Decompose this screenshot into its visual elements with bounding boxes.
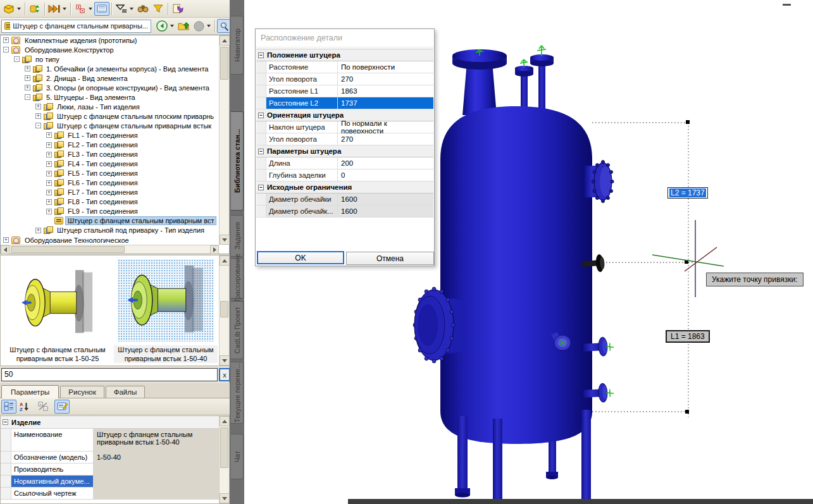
properties-panel-toggle[interactable]	[94, 2, 109, 16]
goto-dropdown-icon[interactable]	[63, 8, 66, 10]
tree-vscrollbar[interactable]	[219, 35, 229, 245]
ok-button[interactable]: OK	[257, 251, 344, 264]
tree-item-label[interactable]: 5. Штуцеры - Вид элемента	[44, 94, 137, 101]
params-property-row[interactable]: Производитель	[1, 464, 220, 476]
dialog-property-row[interactable]: Расстояние L21737	[256, 97, 433, 109]
tree-expander[interactable]: +	[46, 199, 52, 205]
funnel-button[interactable]	[151, 2, 166, 16]
property-value[interactable]: 1600	[338, 194, 433, 205]
tree-expander[interactable]: +	[25, 75, 30, 81]
property-value[interactable]: 1737	[338, 97, 433, 109]
tab-файлы[interactable]: Файлы	[106, 386, 146, 398]
property-value[interactable]: 1600	[338, 206, 433, 217]
tree-item-label[interactable]: FL6 - Тип соединения	[66, 179, 140, 187]
tree-expander[interactable]: -	[14, 56, 20, 62]
property-value[interactable]: 1-50-40	[94, 452, 220, 463]
find-button[interactable]	[135, 2, 151, 16]
transfer-button[interactable]	[170, 2, 185, 16]
tab-параметры[interactable]: Параметры	[1, 385, 59, 398]
preview-card-1[interactable]: Штуцер с фланцем стальным приварным всты…	[4, 264, 111, 363]
l2-dimension-input[interactable]: L2 = 1737	[667, 187, 708, 199]
tree-expander[interactable]: +	[46, 180, 52, 186]
preview-card-2[interactable]: Штуцер с фланцем стальным приварным всты…	[114, 259, 218, 363]
property-value[interactable]: По поверхности	[338, 61, 433, 73]
tree-expander[interactable]: -	[35, 123, 41, 128]
dialog-property-row[interactable]: Расстояние L11863	[256, 85, 433, 97]
dialog-group-row[interactable]: −Параметры штуцера	[256, 145, 433, 157]
side-tab-7[interactable]: Чат	[231, 434, 244, 479]
dialog-property-row[interactable]: Диаметр обечайк...1600	[256, 206, 433, 218]
dialog-group-row[interactable]: −Исходные ограничения	[256, 181, 433, 194]
tree-item-label[interactable]: по типу	[34, 56, 61, 63]
property-value[interactable]	[94, 488, 220, 499]
tree-item-label[interactable]: FL8 - Тип соединения	[66, 198, 140, 206]
side-tab-2[interactable]: Библиотека стан...	[231, 111, 244, 211]
tree-expander[interactable]: +	[46, 209, 52, 214]
filter-clear-button[interactable]: x	[219, 368, 230, 381]
categorized-button[interactable]	[1, 400, 16, 414]
percent-button[interactable]: +−	[35, 400, 51, 414]
tree-expander[interactable]: +	[46, 161, 52, 167]
params-property-row[interactable]: Нормативный докуме...	[1, 476, 220, 488]
filter-input[interactable]: 50	[1, 368, 218, 381]
dialog-property-row[interactable]: Глубина заделки0	[256, 169, 433, 181]
tree-item-label[interactable]: FL4 - Тип соединения	[66, 160, 140, 168]
property-value[interactable]	[94, 464, 220, 475]
tree-expander[interactable]: -	[25, 94, 30, 100]
params-property-row[interactable]: НаименованиеШтуцер с фланцем стальным пр…	[1, 429, 220, 452]
property-value[interactable]: По нормали к поверхности	[338, 121, 433, 133]
tree-item-label[interactable]: Штуцер с фланцем стальным приварным вст	[66, 217, 216, 224]
dialog-property-row[interactable]: Длина200	[256, 157, 433, 169]
tree-item-label[interactable]: 3. Опоры (и опорные конструкции) - Вид э…	[44, 84, 211, 92]
tree-expander[interactable]: +	[25, 66, 30, 71]
side-tab-6[interactable]: Текущие переме...	[231, 362, 244, 424]
sync-button[interactable]	[27, 2, 42, 16]
catalog-dropdown-icon[interactable]	[17, 8, 21, 10]
params-property-row[interactable]: Обозначение (модель)1-50-40	[1, 452, 220, 464]
goto-button[interactable]	[47, 2, 62, 16]
cancel-button[interactable]: Отмена	[346, 252, 434, 265]
dialog-property-row[interactable]: Угол поворота270	[256, 133, 433, 145]
side-tab-4[interactable]: Трассирование	[231, 258, 244, 298]
view-mode-dropdown-icon[interactable]	[89, 8, 92, 10]
params-property-row[interactable]: Ссылочный чертеж	[1, 488, 220, 500]
filter-dropdown-icon[interactable]	[130, 8, 133, 10]
tree-item-label[interactable]: Штуцер с фланцем стальным приварным всты…	[55, 122, 213, 130]
tree-expander[interactable]: +	[46, 190, 52, 195]
back-button[interactable]	[154, 19, 170, 33]
tree-expander[interactable]: -	[3, 47, 9, 52]
tree-expander[interactable]: +	[46, 152, 52, 157]
tree-expander[interactable]: +	[3, 37, 9, 43]
tree-item-label[interactable]: Оборудование Технологическое	[23, 237, 131, 244]
tree-item-label[interactable]: Штуцер с фланцем стальным плоским привар…	[55, 113, 216, 120]
dialog-group-row[interactable]: −Положение штуцера	[256, 49, 433, 61]
tree-hscrollbar[interactable]	[1, 245, 219, 254]
params-group-row[interactable]: −Изделие	[1, 416, 220, 429]
property-value[interactable]: 1863	[338, 85, 433, 97]
side-tab-1[interactable]: Навигатор	[231, 16, 244, 75]
collapse-icon[interactable]: −	[3, 419, 8, 425]
property-value[interactable]: 200	[338, 157, 433, 169]
property-value[interactable]: 270	[338, 73, 433, 85]
tab-рисунок[interactable]: Рисунок	[60, 386, 104, 398]
property-value[interactable]: 0	[338, 169, 433, 181]
tree-expander[interactable]: +	[35, 104, 41, 109]
folder-up-button[interactable]	[176, 19, 191, 33]
tree-expander[interactable]: +	[46, 171, 52, 176]
property-value[interactable]: Штуцер с фланцем стальным приварным всты…	[94, 429, 220, 451]
dialog-property-row[interactable]: Угол поворота270	[256, 73, 433, 85]
params-vscrollbar[interactable]	[219, 416, 229, 504]
sort-az-button[interactable]: AZ	[16, 400, 32, 414]
tree-expander[interactable]: +	[25, 85, 30, 90]
tree-item-label[interactable]: Штуцер стальной под приварку - Тип издел…	[55, 226, 206, 234]
tree-item-label[interactable]: FL3 - Тип соединения	[66, 151, 140, 158]
tree-item-label[interactable]: FL2 - Тип соединения	[66, 141, 140, 149]
tree-expander[interactable]: +	[35, 228, 41, 233]
tree-item-label[interactable]: Люки, лазы - Тип изделия	[55, 103, 142, 111]
tree-item-label[interactable]: FL5 - Тип соединения	[66, 169, 140, 177]
tree-expander[interactable]: +	[3, 237, 9, 243]
property-value[interactable]: 270	[338, 133, 433, 145]
collapse-icon[interactable]: −	[258, 149, 264, 154]
tree-item-label[interactable]: FL9 - Тип соединения	[66, 207, 140, 215]
collapse-icon[interactable]: −	[258, 52, 264, 58]
